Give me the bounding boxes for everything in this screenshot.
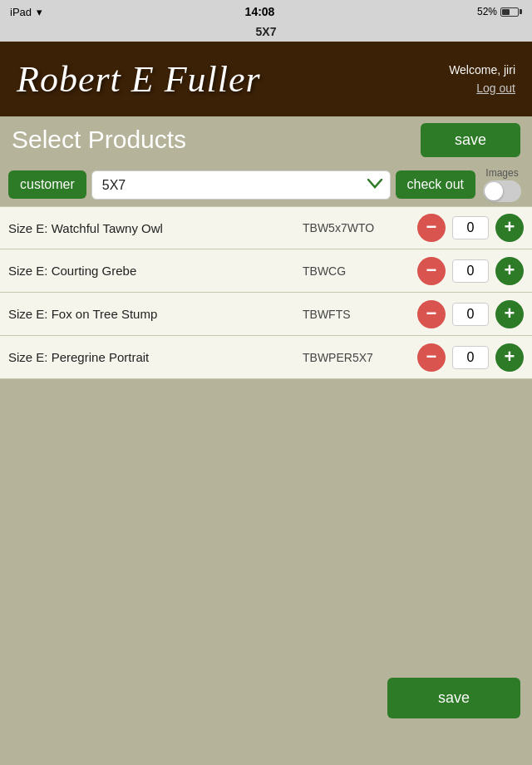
customer-select[interactable]: 5X7: [91, 170, 391, 200]
customer-label: customer: [8, 170, 86, 199]
page-title: Select Products: [12, 126, 186, 154]
product-code: TBW5x7WTO: [303, 221, 411, 234]
product-code: TBWPER5X7: [303, 351, 411, 364]
decrement-button-0[interactable]: [417, 214, 446, 242]
product-name: Size E: Watchful Tawny Owl: [8, 221, 296, 235]
save-button-bottom[interactable]: save: [387, 678, 520, 718]
increment-button-0[interactable]: [495, 214, 524, 242]
welcome-text: Welcome, jiri: [449, 61, 515, 79]
window-title: 5X7: [0, 23, 532, 42]
products-section: Size E: Watchful Tawny Owl TBW5x7WTO Siz…: [0, 206, 532, 379]
product-name: Size E: Fox on Tree Stump: [8, 307, 296, 321]
increment-button-2[interactable]: [495, 300, 524, 328]
logout-link[interactable]: Log out: [449, 79, 515, 97]
decrement-button-2[interactable]: [417, 300, 446, 328]
product-name: Size E: Courting Grebe: [8, 264, 296, 278]
images-toggle-area: Images: [480, 167, 524, 202]
product-code: TBWFTS: [303, 308, 411, 321]
table-row: Size E: Courting Grebe TBWCG: [0, 249, 532, 293]
customer-select-wrapper: 5X7: [91, 170, 391, 200]
bottom-save-area: save: [0, 664, 532, 732]
customer-row: customer 5X7 check out Images: [0, 163, 532, 206]
images-label: Images: [485, 167, 518, 179]
header-logo: Robert E Fuller: [17, 58, 261, 101]
battery-percent: 52%: [477, 6, 497, 17]
quantity-input-0[interactable]: [452, 216, 489, 239]
status-time: 14:08: [245, 5, 275, 18]
table-row: Size E: Fox on Tree Stump TBWFTS: [0, 293, 532, 336]
status-left: iPad ▾: [10, 6, 42, 18]
quantity-input-3[interactable]: [452, 346, 489, 369]
checkout-button[interactable]: check out: [396, 170, 475, 199]
header-user: Welcome, jiri Log out: [449, 61, 515, 98]
page-title-row: Select Products save: [0, 116, 532, 163]
ipad-label: iPad: [10, 6, 32, 18]
decrement-button-1[interactable]: [417, 257, 446, 285]
increment-button-1[interactable]: [495, 257, 524, 285]
toggle-knob: [485, 182, 503, 200]
table-row: Size E: Watchful Tawny Owl TBW5x7WTO: [0, 206, 532, 249]
decrement-button-3[interactable]: [417, 343, 446, 372]
quantity-input-2[interactable]: [452, 303, 489, 326]
battery-icon: [500, 7, 522, 17]
increment-button-3[interactable]: [495, 343, 524, 372]
quantity-input-1[interactable]: [452, 259, 489, 283]
save-button-top[interactable]: save: [421, 123, 520, 157]
product-code: TBWCG: [303, 264, 411, 278]
header: Robert E Fuller Welcome, jiri Log out: [0, 42, 532, 116]
product-name: Size E: Peregrine Portrait: [8, 350, 296, 364]
status-right: 52%: [477, 6, 522, 17]
table-row: Size E: Peregrine Portrait TBWPER5X7: [0, 336, 532, 379]
wifi-icon: ▾: [37, 6, 42, 18]
status-bar: iPad ▾ 14:08 52%: [0, 0, 532, 23]
images-toggle[interactable]: [483, 180, 521, 202]
